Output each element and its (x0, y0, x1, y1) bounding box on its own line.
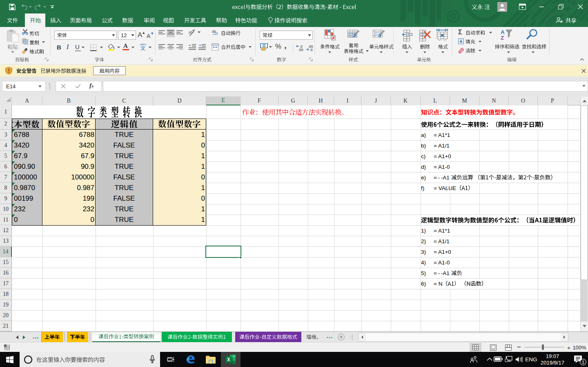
svg-text:Z: Z (501, 35, 504, 41)
svg-text:.00: .00 (298, 48, 303, 51)
svg-text:ab: ab (189, 30, 193, 34)
svg-text:.0: .0 (310, 48, 313, 51)
svg-text:A: A (501, 29, 505, 35)
